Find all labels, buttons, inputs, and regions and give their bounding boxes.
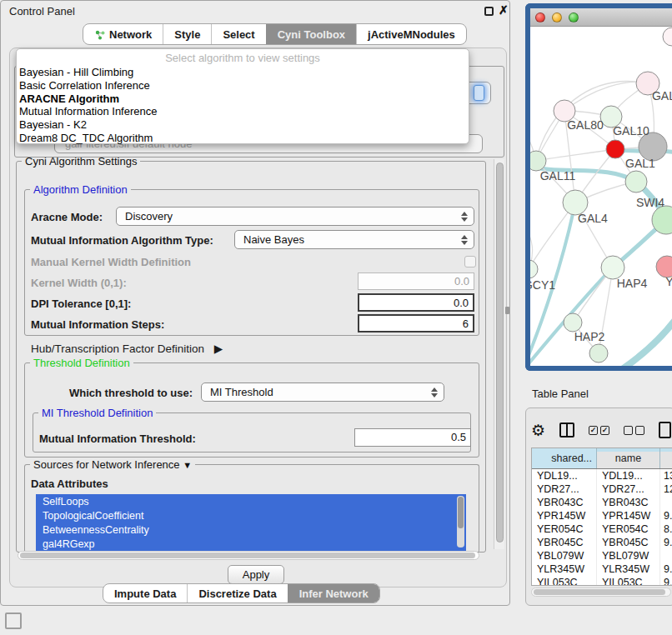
vscroll-thumb[interactable] <box>496 162 504 542</box>
algorithm-option[interactable]: Dream8 DC_TDC Algorithm <box>19 132 153 144</box>
table-cell: YIL053C <box>532 576 597 586</box>
algorithm-option[interactable]: Bayesian - K2 <box>19 118 87 131</box>
stepper-arrows-icon[interactable] <box>461 235 468 245</box>
split-view-icon[interactable] <box>559 422 574 438</box>
algorithm-option[interactable]: ARACNE Algorithm <box>19 92 119 105</box>
table-cell: YLR345W <box>532 562 597 576</box>
select-all-columns-icon[interactable]: ✓ ✓ <box>589 426 609 435</box>
algorithm-option[interactable]: Basic Correlation Inference <box>19 79 150 92</box>
list-vscroll-thumb[interactable] <box>458 497 464 528</box>
expand-arrow-icon[interactable]: ▶ <box>214 342 223 355</box>
file-icon[interactable] <box>659 422 671 438</box>
column-header[interactable] <box>660 448 672 468</box>
node-attribute-table[interactable]: shared...name YDL19...YDL19...13YDR27...… <box>531 448 672 586</box>
unselect-all-columns-icon[interactable] <box>624 426 644 435</box>
network-icon <box>94 29 105 40</box>
attribute-list-item[interactable]: gal4RGexp <box>36 537 466 551</box>
table-row[interactable]: YBR043CYBR043C <box>532 496 672 509</box>
network-window-titlebar[interactable] <box>530 8 672 27</box>
algorithm-option[interactable]: Mutual Information Inference <box>19 105 157 118</box>
algorithm-option[interactable]: Bayesian - Hill Climbing <box>19 66 133 78</box>
stepper-arrows-icon[interactable] <box>431 388 438 398</box>
dpi-tolerance-input[interactable]: 0.0 <box>358 293 474 312</box>
column-header[interactable]: name <box>597 448 660 468</box>
settings-gear-icon[interactable]: ⚙ <box>531 422 545 438</box>
close-panel-icon[interactable]: ✗ <box>499 3 509 17</box>
control-panel-window: Control Panel ✗ NetworkStyleSelectCyni T… <box>0 0 510 606</box>
minimize-button[interactable] <box>552 12 562 22</box>
table-cell: 9. <box>660 509 672 522</box>
mi-threshold-label: Mutual Information Threshold: <box>39 432 196 445</box>
network-node-swi4[interactable] <box>625 171 647 192</box>
network-edge-highlighted[interactable] <box>605 318 672 366</box>
node-label: HAP2 <box>574 330 605 343</box>
hub-definition-toggle[interactable]: Hub/Transcription Factor Definition ▶ <box>31 342 223 355</box>
network-edge[interactable] <box>564 82 648 111</box>
table-cell: YDR27... <box>532 482 597 496</box>
table-cell: YPR145W <box>597 509 660 522</box>
aracne-mode-combobox[interactable]: Discovery <box>116 207 474 226</box>
combobox-focus-stepper[interactable] <box>474 85 484 101</box>
settings-vertical-scrollbar[interactable] <box>494 159 504 549</box>
node-label: SWI4 <box>636 196 664 209</box>
table-row[interactable]: YDR27...YDR27...12 <box>532 482 672 496</box>
table-row[interactable]: YBR045CYBR045C9. <box>532 536 672 549</box>
list-vertical-scrollbar[interactable] <box>457 496 464 548</box>
network-node[interactable] <box>589 344 608 362</box>
network-edge[interactable] <box>536 149 615 161</box>
hscroll-thumb[interactable] <box>20 552 475 558</box>
float-window-icon[interactable] <box>484 7 494 16</box>
mi-algorithm-type-combobox[interactable]: Naive Bayes <box>234 230 474 249</box>
table-row[interactable]: YLR345WYLR345W9. <box>532 562 672 576</box>
close-button[interactable] <box>535 12 545 22</box>
stepper-arrows-icon[interactable] <box>461 212 468 222</box>
table-row[interactable]: YDL19...YDL19...13 <box>532 469 672 482</box>
tab-select[interactable]: Select <box>211 24 265 44</box>
data-attributes-list[interactable]: SelfLoopsTopologicalCoefficientBetweenne… <box>36 494 466 551</box>
tab-network[interactable]: Network <box>83 24 163 44</box>
network-node-hap2[interactable] <box>564 313 582 332</box>
table-hscroll-thumb[interactable] <box>534 589 665 595</box>
network-node-hap4[interactable] <box>601 256 624 279</box>
network-node-gcy1[interactable] <box>530 260 538 278</box>
tab-jactivemnodules[interactable]: jActiveMNodules <box>356 24 466 44</box>
apply-button[interactable]: Apply <box>228 565 284 584</box>
table-cell: YLR345W <box>597 562 660 576</box>
tab-discretize-data[interactable]: Discretize Data <box>187 584 287 602</box>
tab-cyni-toolbox[interactable]: Cyni Toolbox <box>266 24 356 44</box>
panel-splitter-handle[interactable] <box>505 307 509 314</box>
table-row[interactable]: YBL079WYBL079W <box>532 549 672 562</box>
tab-style[interactable]: Style <box>163 24 211 44</box>
settings-horizontal-scrollbar[interactable] <box>18 551 479 560</box>
column-header[interactable]: shared... <box>532 448 597 468</box>
mi-threshold-input[interactable]: 0.5 <box>354 428 471 447</box>
control-panel-title: Control Panel <box>9 5 75 18</box>
table-horizontal-scrollbar[interactable] <box>531 588 671 597</box>
table-row[interactable]: YER054CYER054C8. <box>532 522 672 536</box>
network-node[interactable] <box>663 28 672 46</box>
kernel-width-input[interactable]: 0.0 <box>358 272 474 290</box>
node-label: HAP4 <box>617 277 648 290</box>
mi-steps-input[interactable]: 6 <box>358 314 474 332</box>
network-graph[interactable]: GALGAL80GAL10GAL1GAL11SWI4GAL4GCY1HAP4YH… <box>530 27 672 366</box>
collapse-arrow-icon[interactable]: ▼ <box>183 460 192 470</box>
table-row[interactable]: YIL053CYIL053C9. <box>532 576 672 586</box>
zoom-button[interactable] <box>569 12 579 22</box>
table-cell: YDL19... <box>597 469 660 482</box>
table-cell: 9. <box>660 576 672 586</box>
table-cell: YER054C <box>597 522 660 536</box>
floating-panel-icon[interactable] <box>5 612 22 629</box>
data-attributes-label: Data Attributes <box>31 478 108 490</box>
tab-infer-network[interactable]: Infer Network <box>288 584 379 602</box>
network-node-gal11[interactable] <box>530 151 546 171</box>
attribute-list-item[interactable]: TopologicalCoefficient <box>36 508 466 522</box>
network-canvas[interactable]: GALGAL80GAL10GAL1GAL11SWI4GAL4GCY1HAP4YH… <box>530 27 672 366</box>
which-threshold-combobox[interactable]: MI Threshold <box>201 382 444 402</box>
tab-impute-data[interactable]: Impute Data <box>103 584 187 602</box>
table-row[interactable]: YPR145WYPR145W9. <box>532 509 672 522</box>
manual-kernel-checkbox[interactable] <box>464 256 476 268</box>
network-node-gal1[interactable] <box>606 140 624 158</box>
mi-algorithm-type-value: Naive Bayes <box>243 233 304 246</box>
attribute-list-item[interactable]: BetweennessCentrality <box>36 522 466 537</box>
attribute-list-item[interactable]: SelfLoops <box>36 494 466 508</box>
